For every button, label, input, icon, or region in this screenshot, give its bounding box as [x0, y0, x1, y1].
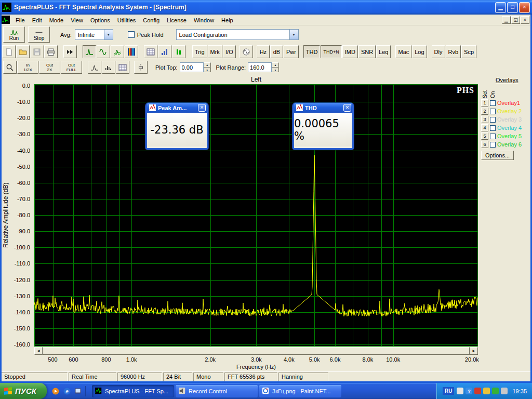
chevron-down-icon[interactable]: ▼ — [104, 30, 113, 39]
tray-icon-0[interactable] — [457, 388, 463, 394]
button-log[interactable]: Log — [412, 45, 427, 58]
button-trig[interactable]: Trig — [192, 45, 207, 58]
mdi-minimize-button[interactable]: ▁ — [502, 16, 511, 24]
tray-icon-5[interactable] — [501, 388, 508, 394]
button-scp[interactable]: Scp — [461, 45, 476, 58]
start-button[interactable]: ПУСК — [0, 383, 47, 399]
button-snr[interactable]: SNR — [358, 45, 376, 58]
mdi-restore-button[interactable]: ◱ — [511, 16, 520, 24]
menu-item-utilities[interactable]: Utilities — [114, 16, 139, 24]
menu-item-file[interactable]: File — [12, 16, 29, 24]
thd-window-title-bar[interactable]: THD ✕ — [294, 103, 352, 113]
run-button[interactable]: Run — [3, 26, 25, 43]
level-meters-button[interactable] — [172, 45, 185, 58]
spin-up-icon[interactable]: ▲ — [272, 62, 279, 68]
menu-item-config[interactable]: Config — [139, 16, 163, 24]
button-pwr[interactable]: Pwr — [284, 45, 299, 58]
peak-curve-button[interactable] — [88, 61, 101, 74]
button-thd-n[interactable]: THD+N — [321, 45, 341, 58]
button-db[interactable]: dB — [270, 45, 283, 58]
menu-item-window[interactable]: Window — [190, 16, 218, 24]
button-i-o[interactable]: I/O — [223, 45, 236, 58]
button-mac[interactable]: Mac — [395, 45, 411, 58]
close-button[interactable]: × — [519, 2, 530, 13]
plot-top-input[interactable] — [180, 62, 204, 72]
menu-item-mode[interactable]: Mode — [46, 16, 68, 24]
tray-icon-1[interactable]: ? — [466, 388, 472, 394]
menu-item-license[interactable]: License — [163, 16, 190, 24]
surface-3d-button[interactable] — [111, 45, 124, 58]
time-wave-button[interactable] — [97, 45, 110, 58]
spectrum-zoom-button[interactable] — [83, 45, 96, 58]
overlay-on-checkbox-4[interactable] — [490, 125, 496, 131]
taskbar-task-2[interactable]: 3кГц.png - Paint.NET... — [259, 385, 341, 397]
button-rvb[interactable]: Rvb — [446, 45, 461, 58]
open-folder-button[interactable] — [16, 45, 30, 58]
overlay-set-button-6[interactable]: 6 — [481, 141, 488, 148]
menu-item-view[interactable]: View — [67, 16, 87, 24]
button-imd[interactable]: IMD — [342, 45, 358, 58]
tray-icon-2[interactable] — [474, 388, 481, 394]
button-leq[interactable]: Leq — [376, 45, 391, 58]
averaging-select[interactable]: Infinite ▼ — [75, 29, 113, 40]
overlay-on-checkbox-5[interactable] — [490, 134, 496, 139]
overlay-set-button-2[interactable]: 2 — [481, 108, 488, 115]
values-grid-button[interactable] — [116, 61, 129, 74]
spin-down-icon[interactable]: ▼ — [272, 68, 279, 73]
plot-range-input[interactable] — [248, 62, 272, 72]
zoom-out-2x-button[interactable]: Out2X — [39, 61, 60, 74]
scroll-left-icon[interactable]: ◄ — [34, 347, 43, 355]
marker-slider-button[interactable] — [134, 61, 148, 74]
tray-icon-4[interactable] — [492, 388, 499, 394]
zoom-in-1-2x-button[interactable]: In1/2X — [17, 61, 38, 74]
phase-scope-button[interactable] — [240, 45, 253, 58]
peak-hold-checkbox[interactable] — [128, 31, 135, 38]
values-grid-button[interactable] — [144, 45, 157, 58]
overlay-on-checkbox-3[interactable] — [490, 117, 496, 123]
show-desktop-icon[interactable] — [74, 387, 83, 396]
spectrum-plot[interactable]: PHS — [34, 84, 478, 347]
button-thd[interactable]: THD — [303, 45, 321, 58]
overlay-set-button-3[interactable]: 3 — [481, 116, 488, 123]
overlays-options-button[interactable]: Options... — [481, 151, 514, 160]
spin-up-icon[interactable]: ▲ — [204, 62, 211, 68]
plot-scrollbar[interactable]: ◄ ► — [34, 347, 478, 355]
overlay-on-checkbox-1[interactable] — [490, 100, 496, 106]
save-button[interactable] — [30, 45, 44, 58]
menu-item-help[interactable]: Help — [218, 16, 237, 24]
taskbar-task-0[interactable]: SpectraPLUS - FFT Sp... — [92, 385, 174, 397]
overlay-on-checkbox-2[interactable] — [490, 109, 496, 114]
button-dly[interactable]: Dly — [432, 45, 445, 58]
tray-icon-3[interactable] — [483, 388, 490, 394]
peak-window-title-bar[interactable]: Peak Am... ✕ — [147, 103, 207, 113]
zoom-out-full-button[interactable]: OutFULL — [61, 61, 82, 74]
overlay-set-button-1[interactable]: 1 — [481, 99, 488, 107]
scrollbar-thumb[interactable] — [43, 347, 470, 355]
peak-hold-toggle[interactable]: Peak Hold — [128, 31, 164, 38]
spin-down-icon[interactable]: ▼ — [204, 68, 211, 73]
magnifier-button[interactable] — [3, 61, 17, 74]
thd-window[interactable]: THD ✕ 0.00065 % — [292, 103, 354, 150]
spectrogram-button[interactable] — [125, 45, 138, 58]
language-indicator[interactable]: RU — [443, 387, 454, 395]
octave-bars-button[interactable] — [102, 61, 115, 74]
menu-item-edit[interactable]: Edit — [29, 16, 46, 24]
fast-forward-button[interactable] — [63, 45, 77, 58]
button-hz[interactable]: Hz — [257, 45, 270, 58]
minimize-button[interactable]: ▁ — [495, 2, 506, 13]
close-icon[interactable]: ✕ — [198, 104, 206, 112]
bar-graph-button[interactable] — [158, 45, 171, 58]
media-player-icon[interactable] — [51, 387, 60, 396]
overlay-set-button-5[interactable]: 5 — [481, 132, 488, 140]
overlay-on-checkbox-6[interactable] — [490, 142, 496, 148]
menu-item-options[interactable]: Options — [87, 16, 114, 24]
print-button[interactable] — [44, 45, 58, 58]
stop-button[interactable]: Stop — [28, 26, 50, 43]
ie-icon[interactable]: e — [62, 387, 72, 396]
close-icon[interactable]: ✕ — [343, 104, 351, 112]
taskbar-task-1[interactable]: Record Control — [176, 385, 258, 397]
new-file-button[interactable] — [2, 45, 16, 58]
chevron-down-icon[interactable]: ▼ — [289, 30, 298, 39]
load-configuration-select[interactable]: Load Configuration ▼ — [176, 29, 299, 40]
peak-amplitude-window[interactable]: Peak Am... ✕ -23.36 dB — [145, 103, 208, 150]
